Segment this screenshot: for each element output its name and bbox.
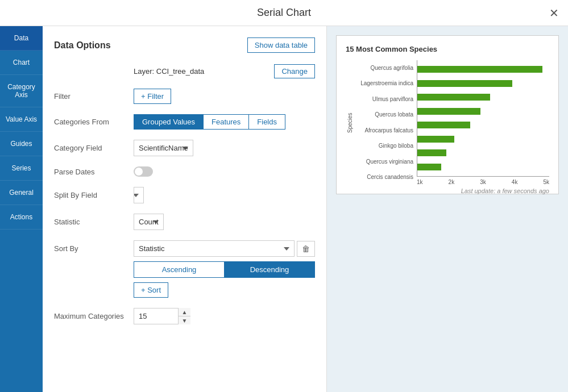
spin-buttons: ▲ ▼ (178, 308, 190, 324)
sidebar-item-actions[interactable]: Actions (0, 205, 43, 230)
chart-right: 1k 2k 3k 4k 5k (417, 60, 549, 185)
chart-footer: Last update: a few seconds ago (346, 187, 549, 194)
delete-sort-button[interactable]: 🗑 (297, 241, 315, 257)
y-axis-labels: Quercus agrifolia Lagerstroemia indica U… (354, 60, 417, 185)
split-by-field-select[interactable] (134, 187, 144, 203)
bar-4 (417, 108, 480, 115)
y-axis-label: Species (346, 60, 354, 185)
bar-row-5 (417, 120, 549, 130)
categories-from-label: Categories From (54, 118, 134, 126)
y-label-3: Ulmus parviflora (354, 96, 413, 103)
layer-row: Layer: CCI_tree_data Change (54, 64, 315, 78)
layer-info: Layer: CCI_tree_data (134, 67, 204, 76)
sidebar-item-category-axis[interactable]: Category Axis (0, 75, 43, 107)
panel-header: Data Options Show data table (54, 37, 315, 53)
x-label-5k: 5k (543, 179, 549, 185)
x-label-3k: 3k (480, 179, 486, 185)
category-field-wrapper: ScientificName (134, 140, 315, 156)
parse-dates-row: Parse Dates (54, 166, 315, 177)
bar-row-6 (417, 135, 549, 144)
fields-button[interactable]: Fields (249, 114, 285, 130)
bar-1 (417, 66, 542, 73)
y-label-5: Afrocarpus falcatus (354, 127, 413, 134)
y-label-1: Quercus agrifolia (354, 65, 413, 72)
split-by-field-label: Split By Field (54, 191, 134, 199)
bar-5 (417, 122, 470, 128)
bar-chart: Species Quercus agrifolia Lagerstroemia … (346, 60, 549, 185)
x-axis: 1k 2k 3k 4k 5k (417, 179, 549, 185)
maximum-categories-label: Maximum Categories (54, 312, 134, 320)
add-sort-button[interactable]: + Sort (134, 282, 168, 298)
descending-button[interactable]: Descending (224, 261, 315, 278)
change-button[interactable]: Change (274, 64, 315, 78)
x-label-1k: 1k (417, 179, 423, 185)
close-button[interactable]: ✕ (549, 7, 559, 19)
add-sort-row: + Sort (134, 282, 315, 298)
data-panel: Data Options Show data table Layer: CCI_… (43, 26, 327, 392)
modal-body: Data Chart Category Axis Value Axis Guid… (0, 26, 568, 392)
y-label-6: Ginkgo biloba (354, 143, 413, 149)
x-label-2k: 2k (449, 179, 455, 185)
sort-select-row: Statistic 🗑 (134, 240, 315, 257)
modal-header: Serial Chart ✕ (0, 0, 568, 26)
ascending-button[interactable]: Ascending (134, 261, 224, 278)
parse-dates-label: Parse Dates (54, 168, 134, 176)
statistic-select[interactable]: Count (134, 214, 164, 230)
sidebar-item-guides[interactable]: Guides (0, 132, 43, 156)
asc-desc-row: Ascending Descending (134, 261, 315, 278)
statistic-row: Statistic Count (54, 214, 315, 230)
category-field-row: Category Field ScientificName (54, 140, 315, 156)
parse-dates-toggle[interactable] (134, 166, 153, 177)
split-by-field-wrapper (134, 187, 315, 203)
spin-down-button[interactable]: ▼ (179, 316, 190, 324)
bar-row-8 (417, 162, 549, 172)
bar-7 (417, 149, 446, 156)
bars-container (417, 60, 549, 176)
bar-row-2 (417, 79, 549, 88)
y-label-4: Quercus lobata (354, 111, 413, 118)
sort-by-row: Sort By Statistic 🗑 (54, 240, 315, 257)
statistic-label: Statistic (54, 218, 134, 226)
bar-2 (417, 80, 512, 87)
categories-from-group: Grouped Values Features Fields (134, 114, 285, 130)
x-label-4k: 4k (512, 179, 518, 185)
y-label-7: Quercus virginiana (354, 159, 413, 165)
chart-title: 15 Most Common Species (346, 45, 549, 53)
bar-6 (417, 136, 454, 143)
bar-row-3 (417, 93, 549, 102)
chart-panel: 15 Most Common Species Species Quercus a… (327, 26, 568, 392)
y-label-2: Lagerstroemia indica (354, 80, 413, 87)
bar-row-7 (417, 148, 549, 157)
modal-title: Serial Chart (257, 7, 311, 19)
category-field-select[interactable]: ScientificName (134, 140, 193, 156)
sidebar: Data Chart Category Axis Value Axis Guid… (0, 26, 43, 392)
sidebar-item-series[interactable]: Series (0, 156, 43, 181)
y-label-8: Cercis canadensis (354, 174, 413, 181)
sidebar-item-data[interactable]: Data (0, 26, 43, 51)
sort-by-label: Sort By (54, 244, 134, 253)
bar-row-1 (417, 65, 549, 74)
categories-from-row: Categories From Grouped Values Features … (54, 114, 315, 130)
statistic-wrapper: Count (134, 214, 315, 230)
show-data-table-button[interactable]: Show data table (247, 37, 315, 53)
add-filter-button[interactable]: + Filter (134, 89, 171, 104)
grouped-values-button[interactable]: Grouped Values (134, 114, 204, 130)
bar-3 (417, 94, 490, 101)
chart-box: 15 Most Common Species Species Quercus a… (336, 35, 559, 194)
panel-title: Data Options (54, 40, 111, 51)
spin-up-button[interactable]: ▲ (179, 308, 190, 316)
features-button[interactable]: Features (204, 114, 249, 130)
category-field-label: Category Field (54, 144, 134, 152)
maximum-categories-wrapper: ▲ ▼ (134, 308, 190, 324)
filter-row: Filter + Filter (54, 89, 315, 104)
split-by-field-row: Split By Field (54, 187, 315, 203)
maximum-categories-row: Maximum Categories ▲ ▼ (54, 308, 315, 324)
sidebar-item-chart[interactable]: Chart (0, 51, 43, 75)
sidebar-item-value-axis[interactable]: Value Axis (0, 107, 43, 132)
bar-row-4 (417, 107, 549, 116)
sidebar-item-general[interactable]: General (0, 181, 43, 205)
sort-by-select[interactable]: Statistic (134, 240, 295, 257)
sort-by-section: Sort By Statistic 🗑 Ascending Descending… (54, 240, 315, 298)
bar-8 (417, 164, 441, 170)
filter-label: Filter (54, 92, 134, 101)
